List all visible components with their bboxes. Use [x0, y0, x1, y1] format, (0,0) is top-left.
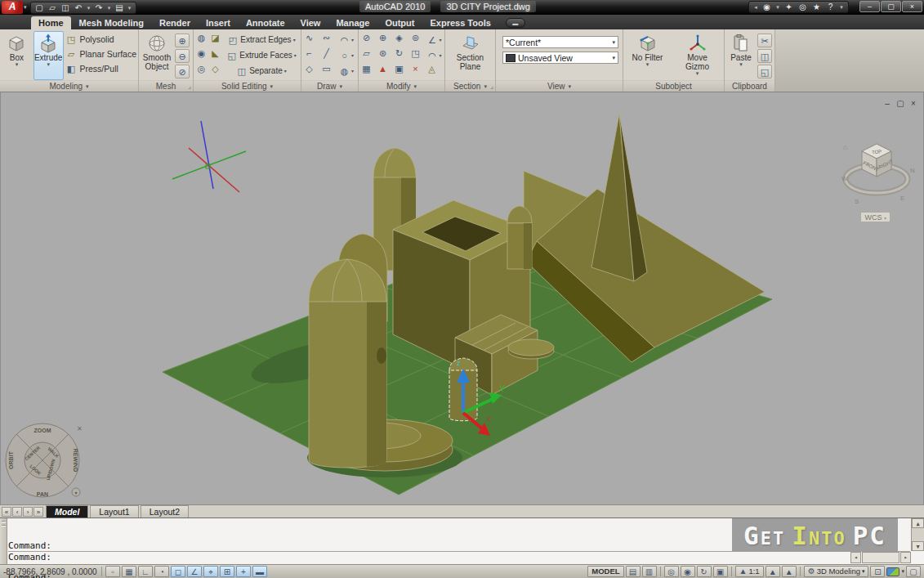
tab-output[interactable]: Output: [377, 16, 422, 29]
polygon-icon[interactable]: ◇: [303, 63, 315, 74]
tab-layout1[interactable]: Layout1: [90, 505, 138, 518]
status-menu-icon[interactable]: ▾: [901, 568, 904, 575]
slice-icon[interactable]: ◇: [209, 63, 221, 74]
auto-annotation-button[interactable]: ▲: [782, 566, 797, 577]
named-view-dropdown-icon[interactable]: ▾: [612, 55, 615, 61]
3d-align-icon[interactable]: ▲: [377, 63, 389, 74]
revision-cloud-icon[interactable]: ∾: [320, 32, 333, 43]
compass-east[interactable]: E: [900, 195, 904, 202]
move-icon[interactable]: ◈: [393, 32, 405, 43]
union-icon[interactable]: ◍: [195, 32, 208, 43]
extract-edges-dropdown-icon[interactable]: ▾: [293, 37, 296, 43]
app-menu-arrow-icon[interactable]: ▾: [24, 4, 27, 11]
intersect-icon[interactable]: ◉: [195, 47, 208, 59]
command-vertical-scrollbar[interactable]: ▲ ▼: [911, 518, 924, 551]
planar-surface-button[interactable]: ▱ Planar Surface: [65, 48, 136, 60]
viewport-restore-button[interactable]: ▢: [895, 99, 905, 108]
extract-edges-button[interactable]: ◰ Extract Edges ▾: [223, 32, 299, 47]
tab-manage[interactable]: Manage: [328, 16, 377, 29]
chamfer-button[interactable]: ◠▾: [426, 47, 442, 63]
compass-west[interactable]: W: [841, 175, 848, 182]
wcs-dropdown[interactable]: WCS ▾: [860, 212, 891, 222]
scroll-down-icon[interactable]: ▼: [912, 541, 924, 551]
wheel-rewind[interactable]: REWIND: [73, 449, 78, 472]
application-status-icon[interactable]: [886, 567, 899, 576]
wheel-orbit[interactable]: ORBIT: [8, 450, 14, 469]
search-dropdown-icon[interactable]: ▾: [774, 2, 781, 12]
named-view-dropdown[interactable]: Unsaved View ▾: [502, 52, 618, 64]
extrude-button[interactable]: Extrude ▾: [33, 31, 64, 80]
qat-customize-icon[interactable]: ▾: [127, 2, 133, 13]
stretch-icon[interactable]: ◳: [409, 47, 422, 59]
paste-dropdown-icon[interactable]: ▾: [739, 62, 743, 67]
save-icon[interactable]: ◫: [60, 2, 72, 13]
pan-zoom-button[interactable]: ◉: [681, 566, 695, 577]
sweep-icon[interactable]: ◬: [426, 63, 438, 74]
toolbar-lock-button[interactable]: ⊡: [870, 566, 885, 577]
copy-clip-button[interactable]: ◫: [757, 49, 772, 63]
move-gizmo-button[interactable]: Move Gizmo ▾: [675, 31, 721, 80]
smooth-object-button[interactable]: Smooth Object: [141, 31, 173, 80]
quick-view-drawings-button[interactable]: ▥: [642, 566, 657, 577]
rotate-icon[interactable]: ↻: [393, 47, 405, 59]
panel-expand-icon[interactable]: ▾: [413, 83, 417, 90]
line-icon[interactable]: ╱: [320, 47, 333, 59]
scroll-left-icon[interactable]: ◂: [850, 552, 861, 563]
showmotion-button[interactable]: ▣: [713, 566, 728, 577]
panel-label-modify[interactable]: Modify ▾: [359, 80, 444, 92]
press-pull-button[interactable]: ◧ Press/Pull: [65, 63, 136, 74]
steering-wheel[interactable]: ZOOM PAN ORBIT REWIND CENTER WALK LOOK U…: [4, 422, 83, 500]
restore-button[interactable]: ▢: [881, 1, 901, 12]
visual-style-dropdown-icon[interactable]: ▾: [612, 39, 615, 46]
rectangle-icon[interactable]: ▭: [320, 63, 333, 74]
otrack-toggle[interactable]: ⌖: [203, 566, 218, 577]
favorites-icon[interactable]: ★: [810, 2, 823, 12]
undo-icon[interactable]: ↶: [73, 2, 85, 13]
panel-label-clipboard[interactable]: Clipboard: [725, 80, 774, 92]
circle-button[interactable]: ○▾: [337, 47, 355, 63]
ellipse-dropdown-icon[interactable]: ▾: [351, 68, 354, 74]
tab-last-button[interactable]: »: [33, 507, 43, 517]
ellipse-button[interactable]: ◍▾: [337, 63, 355, 78]
dynamic-input-toggle[interactable]: +: [236, 566, 251, 577]
cut-button[interactable]: ✂: [757, 34, 772, 47]
ribbon-minimize-button[interactable]: ▬: [506, 18, 525, 28]
compass-north[interactable]: N: [910, 167, 915, 174]
separate-dropdown-icon[interactable]: ▾: [284, 68, 287, 74]
polysolid-button[interactable]: ◳ Polysolid: [65, 34, 136, 45]
3d-mirror-icon[interactable]: ⊕: [377, 32, 389, 43]
wheel-close-icon[interactable]: ✕: [77, 425, 83, 432]
box-button[interactable]: Box ▾: [2, 31, 32, 80]
polar-toggle[interactable]: ◔: [154, 566, 169, 577]
mesh-no-smooth-button[interactable]: ⊘: [175, 65, 190, 78]
viewcube-home-icon[interactable]: ⌂: [843, 143, 847, 151]
arc-button[interactable]: ◠▾: [337, 32, 355, 47]
solid-history-icon[interactable]: ◪: [209, 32, 221, 43]
lineweight-toggle[interactable]: ▬: [252, 566, 267, 577]
communication-center-icon[interactable]: ◎: [797, 2, 809, 12]
move-gizmo-dropdown-icon[interactable]: ▾: [696, 71, 699, 76]
extrude-dropdown-icon[interactable]: ▾: [47, 62, 50, 67]
tab-insert[interactable]: Insert: [199, 16, 238, 29]
taper-faces-icon[interactable]: ◣: [209, 47, 221, 59]
panel-label-draw[interactable]: Draw ▾: [301, 80, 358, 92]
dialog-launcher-icon[interactable]: ⌟: [490, 83, 493, 90]
mesh-smooth-less-button[interactable]: ⊖: [175, 49, 190, 63]
tab-render[interactable]: Render: [152, 16, 198, 29]
command-input[interactable]: Command:: [8, 551, 910, 563]
circle-dropdown-icon[interactable]: ▾: [351, 52, 354, 58]
copy-icon[interactable]: ⊚: [409, 32, 422, 43]
visual-style-dropdown[interactable]: *Current* ▾: [502, 36, 618, 48]
box-dropdown-icon[interactable]: ▾: [16, 62, 19, 67]
tab-layout2[interactable]: Layout2: [141, 505, 189, 518]
dialog-launcher-icon[interactable]: ⌟: [188, 83, 191, 90]
scrollbar-thumb[interactable]: [862, 552, 899, 563]
viewport-close-button[interactable]: ×: [908, 99, 918, 108]
panel-label-section[interactable]: Section ▾ ⌟: [445, 80, 495, 92]
search-icon[interactable]: ◉: [761, 2, 773, 12]
orbit-button[interactable]: ↻: [697, 566, 712, 577]
wheel-menu-icon[interactable]: ▾: [74, 491, 77, 495]
redo-icon[interactable]: ↷: [93, 2, 105, 13]
section-plane-button[interactable]: Section Plane: [449, 31, 492, 80]
wheel-pan[interactable]: PAN: [37, 491, 48, 497]
